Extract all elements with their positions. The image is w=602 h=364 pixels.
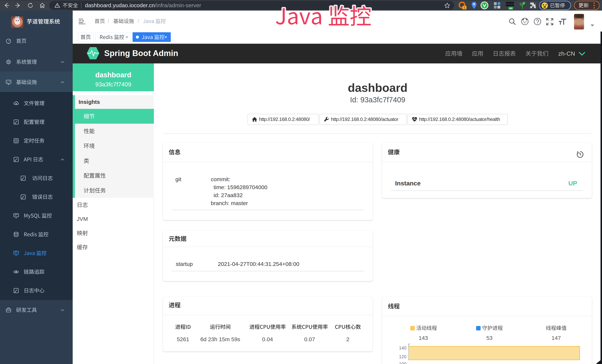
svg-text:on: on [509,7,512,10]
svg-text:1: 1 [464,6,465,9]
